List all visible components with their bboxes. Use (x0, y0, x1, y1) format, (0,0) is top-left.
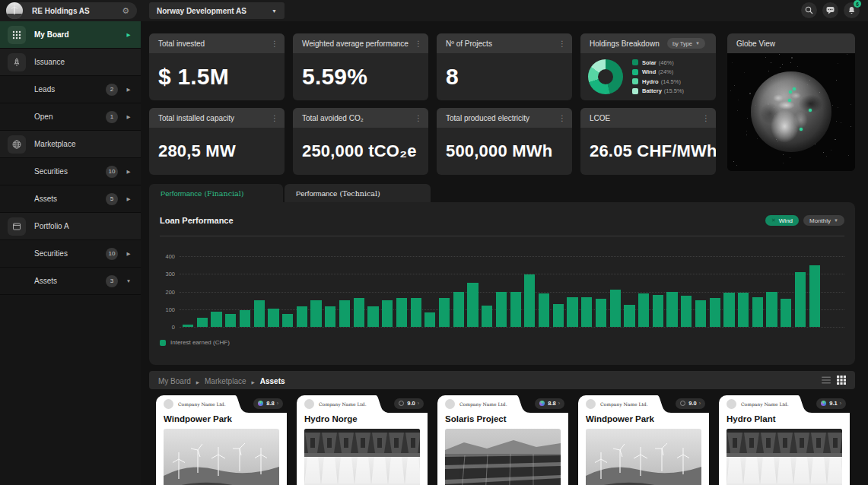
bar[interactable] (268, 309, 278, 327)
bar[interactable] (781, 299, 791, 327)
sidebar-item-issuance-1[interactable]: Issuance (0, 49, 141, 76)
bar[interactable] (396, 298, 407, 327)
by-type-select[interactable]: by Type▼ (667, 38, 705, 49)
kebab-menu-icon[interactable]: ⋮ (415, 40, 422, 48)
breadcrumb-assets[interactable]: Assets (260, 377, 285, 385)
bar[interactable] (482, 306, 492, 327)
bar[interactable] (638, 293, 649, 327)
workspace-select[interactable]: Norway Development AS ▼ (149, 2, 285, 19)
bar[interactable] (723, 293, 734, 327)
sidebar-item-leads-2[interactable]: Leads2▶ (0, 76, 141, 103)
asset-location-marker[interactable] (809, 109, 812, 112)
bar[interactable] (339, 300, 350, 327)
main-content: Total invested⋮$ 1.5MWeighted average pe… (149, 21, 868, 485)
tab-performance-financial[interactable]: Performance(Financial) (149, 184, 283, 202)
bar[interactable] (496, 292, 507, 328)
bar[interactable] (439, 298, 450, 327)
bar[interactable] (666, 292, 677, 328)
grid-view-icon[interactable] (837, 376, 846, 385)
bar[interactable] (254, 300, 265, 327)
bar[interactable] (467, 283, 478, 327)
list-view-icon[interactable] (822, 376, 831, 384)
score-badge[interactable]: 9.1› (816, 398, 846, 409)
bar[interactable] (610, 290, 621, 327)
bar[interactable] (539, 293, 549, 327)
notifications-button[interactable]: 6 (844, 2, 860, 18)
gear-icon[interactable]: ⚙ (122, 6, 129, 16)
bar[interactable] (695, 300, 706, 327)
kebab-menu-icon[interactable]: ⋮ (415, 114, 422, 122)
interval-select-chip[interactable]: Monthly ▼ (803, 215, 844, 226)
bar[interactable] (225, 314, 236, 327)
bar[interactable] (211, 312, 221, 327)
breadcrumb-my-board[interactable]: My Board (158, 377, 191, 385)
kpi-title: LCOE (590, 114, 702, 122)
bar[interactable] (453, 292, 464, 328)
bar[interactable] (752, 297, 763, 328)
kebab-menu-icon[interactable]: ⋮ (558, 40, 566, 48)
bar[interactable] (766, 292, 777, 328)
sidebar-item-my-board-0[interactable]: My Board▶ (0, 21, 141, 49)
kebab-menu-icon[interactable]: ⋮ (271, 114, 278, 122)
bar[interactable] (567, 297, 577, 328)
asset-card-solaris-project-2[interactable]: 8.8›Company Name Ltd.Solaris Project (437, 395, 568, 485)
bar[interactable] (581, 297, 592, 328)
bar[interactable] (738, 293, 749, 327)
bar[interactable] (710, 298, 720, 327)
bar[interactable] (240, 310, 250, 327)
bar[interactable] (653, 295, 663, 327)
bar[interactable] (411, 298, 421, 327)
chevron-right-icon: ▶ (126, 32, 132, 38)
bar[interactable] (354, 298, 364, 327)
bar[interactable] (553, 304, 564, 327)
asset-location-marker[interactable] (800, 128, 803, 131)
bar[interactable] (367, 306, 378, 327)
bar[interactable] (624, 305, 634, 327)
score-badge[interactable]: 9.0› (394, 398, 424, 409)
kebab-menu-icon[interactable]: ⋮ (702, 114, 710, 122)
bar[interactable] (596, 299, 606, 327)
bar[interactable] (681, 296, 692, 327)
bar[interactable] (424, 312, 435, 327)
bar[interactable] (325, 306, 335, 327)
sidebar-item-portfolio-a-7[interactable]: Portfolio A (0, 213, 141, 240)
asset-card-windpower-park-0[interactable]: 8.8›Company Name Ltd.Windpower Park (156, 395, 287, 485)
bar[interactable] (310, 300, 321, 327)
sidebar-item-marketplace-4[interactable]: Marketplace (0, 131, 141, 158)
bar[interactable] (524, 274, 535, 327)
bar[interactable] (282, 314, 293, 327)
sidebar-item-securities-5[interactable]: Securities10▶ (0, 158, 141, 185)
bar[interactable] (183, 325, 193, 328)
score-badge[interactable]: 8.8› (535, 398, 564, 409)
sidebar-item-assets-9[interactable]: Assets3▼ (0, 268, 141, 295)
score-badge[interactable]: 8.8› (253, 398, 283, 409)
tab-performance-technical[interactable]: Performance(Technical) (285, 184, 431, 202)
remove-icon[interactable]: ✕ (771, 217, 776, 223)
bar[interactable] (382, 300, 393, 327)
sidebar-item-assets-6[interactable]: Assets5▶ (0, 185, 141, 213)
asset-location-marker[interactable] (793, 87, 796, 90)
bar[interactable] (197, 318, 208, 327)
asset-card-hydro-norge-1[interactable]: 9.0›Company Name Ltd.Hydro Norge (297, 395, 428, 485)
chat-button[interactable] (822, 2, 838, 18)
company-avatar (445, 399, 455, 409)
asset-location-marker[interactable] (788, 99, 791, 102)
asset-location-marker[interactable] (789, 90, 792, 94)
kebab-menu-icon[interactable]: ⋮ (271, 40, 278, 48)
bar[interactable] (795, 272, 806, 327)
globe-canvas[interactable] (727, 53, 855, 171)
bar[interactable] (510, 292, 521, 328)
kebab-menu-icon[interactable]: ⋮ (558, 114, 566, 122)
asset-card-windpower-park-3[interactable]: 9.0›Company Name Ltd.Windpower Park (578, 395, 709, 485)
sidebar-item-open-3[interactable]: Open1▶ (0, 103, 141, 131)
bar[interactable] (297, 306, 307, 327)
bar[interactable] (809, 265, 820, 327)
score-badge[interactable]: 9.0› (676, 398, 705, 409)
org-switcher[interactable]: RE Holdings AS ⚙ (6, 2, 137, 19)
wind-filter-chip[interactable]: ✕ Wind (765, 215, 799, 226)
sidebar-item-securities-8[interactable]: Securities10▶ (0, 240, 141, 268)
star (768, 71, 769, 71)
breadcrumb-marketplace[interactable]: Marketplace (205, 377, 246, 385)
search-button[interactable] (801, 2, 817, 18)
asset-card-hydro-plant-4[interactable]: 9.1›Company Name Ltd.Hydro Plant (719, 395, 850, 485)
